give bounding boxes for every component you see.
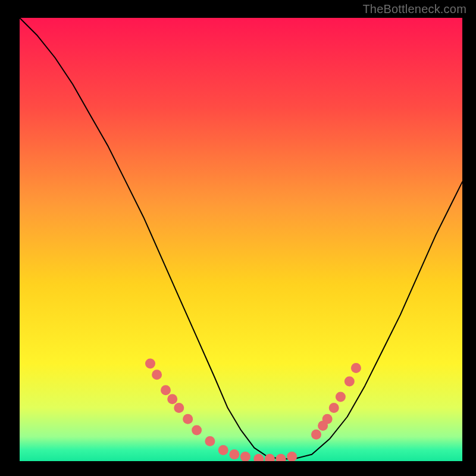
curve-marker [218,445,228,455]
curve-marker [276,454,286,461]
curve-marker [167,394,177,404]
curve-marker [329,403,339,413]
curve-marker [351,363,361,373]
bottleneck-curve [20,18,462,459]
curve-marker [240,452,250,461]
curve-marker [192,425,202,435]
curve-marker [145,359,155,369]
curve-marker [322,414,333,424]
watermark-text: TheBottleneck.com [362,2,466,16]
curve-marker [205,436,215,446]
chart-svg [20,18,462,461]
curve-marker [152,369,162,380]
curve-marker [183,414,193,424]
curve-marker [287,452,297,461]
curve-marker [161,385,171,395]
chart-plot-area [20,18,462,461]
outer-frame: TheBottleneck.com [0,0,476,476]
curve-marker [174,403,184,413]
curve-marker [265,454,275,461]
curve-marker [345,376,355,386]
curve-marker [311,430,321,440]
curve-marker [253,454,264,461]
curve-marker [229,449,239,459]
curve-marker [336,392,346,402]
